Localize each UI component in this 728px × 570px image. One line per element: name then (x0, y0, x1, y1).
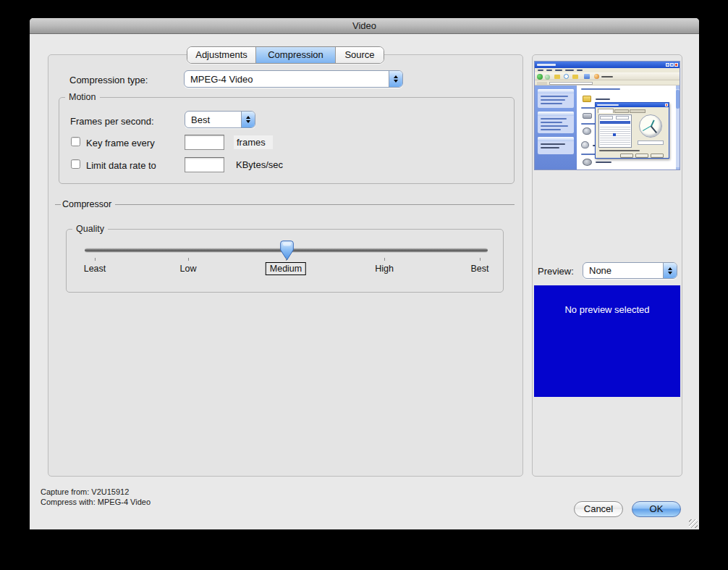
datarate-input[interactable] (185, 157, 224, 172)
keyframe-label: Key frame every (86, 138, 155, 148)
xp-titlebar (535, 62, 680, 68)
slider-tick (384, 258, 385, 261)
window-resize-grip-icon[interactable] (689, 519, 698, 528)
quality-label-low[interactable]: Low (180, 264, 197, 274)
ok-button[interactable]: OK (632, 501, 681, 517)
motion-group-label: Motion (65, 92, 100, 102)
datarate-unit-label: KBytes/sec (236, 159, 283, 170)
slider-tick (480, 258, 481, 261)
quality-label-medium[interactable]: Medium (266, 262, 306, 275)
preview-popup[interactable]: None (583, 262, 677, 279)
video-dialog-window: Video Adjustments Compression Source Com… (30, 18, 699, 529)
quality-group-label: Quality (72, 224, 108, 234)
motion-group: Motion Frames per second: Best Key frame… (59, 97, 515, 184)
settings-tab-bar: Adjustments Compression Source (187, 46, 384, 64)
preview-label: Preview: (538, 266, 574, 277)
compression-type-label: Compression type: (69, 75, 148, 85)
popup-stepper-icon (389, 71, 402, 87)
preview-value: None (583, 265, 663, 276)
preview-panel: Preview: None No preview selected (532, 54, 682, 477)
tab-source[interactable]: Source (336, 47, 384, 63)
datarate-label: Limit data rate to (86, 160, 156, 171)
datarate-checkbox[interactable] (71, 159, 80, 169)
capture-frame-thumbnail (534, 61, 680, 170)
compression-type-value: MPEG-4 Video (185, 74, 389, 85)
divider-line (55, 204, 61, 205)
fps-value: Best (185, 114, 241, 125)
compress-with-text: Compress with: MPEG-4 Video (41, 498, 151, 508)
keyframe-checkbox[interactable] (71, 137, 80, 146)
compression-settings-panel: Compression type: MPEG-4 Video Motion Fr… (48, 54, 523, 477)
screen-background: { "window": { "title": "Video" }, "tabs"… (0, 0, 728, 570)
keyframe-input[interactable] (185, 135, 224, 150)
popup-stepper-icon (663, 263, 677, 278)
no-preview-message: No preview selected (564, 304, 649, 315)
quality-group: Quality Least Low Medium (66, 229, 504, 293)
tab-adjustments[interactable]: Adjustments (187, 47, 256, 63)
tab-compression[interactable]: Compression (256, 47, 336, 63)
quality-slider-thumb-icon[interactable] (280, 240, 294, 261)
fps-label: Frames per second: (70, 116, 154, 127)
compressor-section-label: Compressor (61, 199, 115, 209)
slider-tick (286, 258, 287, 261)
capture-from-text: Capture from: V2U15912 (41, 487, 151, 498)
xp-window-body (535, 85, 680, 170)
window-title: Video (352, 20, 376, 31)
xp-clock (639, 114, 662, 138)
divider-line (115, 204, 515, 205)
cancel-button[interactable]: Cancel (574, 501, 623, 517)
capture-info: Capture from: V2U15912 Compress with: MP… (41, 487, 151, 507)
popup-stepper-icon (241, 112, 255, 127)
quality-label-least[interactable]: Least (84, 264, 106, 274)
slider-tick (188, 258, 189, 261)
preview-display-area: No preview selected (534, 285, 680, 397)
window-titlebar[interactable]: Video (30, 18, 699, 34)
keyframe-unit-label: frames (234, 135, 273, 149)
xp-datetime-dialog (595, 102, 669, 159)
quality-label-best[interactable]: Best (470, 264, 488, 274)
compression-type-popup[interactable]: MPEG-4 Video (184, 70, 403, 88)
compressor-section-divider: Compressor (55, 199, 515, 209)
fps-popup[interactable]: Best (185, 111, 255, 128)
slider-tick (95, 258, 96, 261)
quality-label-high[interactable]: High (375, 264, 394, 274)
